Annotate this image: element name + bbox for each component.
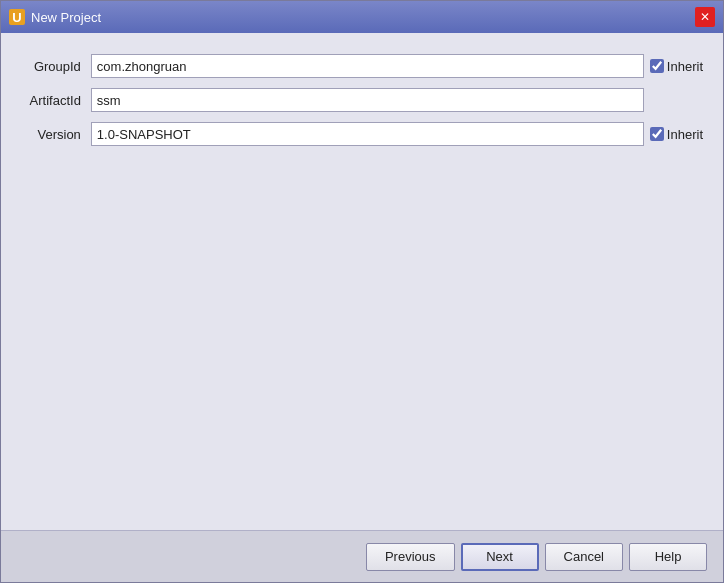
form-table: GroupId Inherit ArtifactId	[21, 49, 703, 151]
app-icon: U	[9, 9, 25, 25]
version-field-inner: Inherit	[91, 122, 703, 146]
groupid-inherit-checkbox[interactable]	[650, 59, 664, 73]
footer: Previous Next Cancel Help	[1, 530, 723, 582]
version-inherit-label[interactable]: Inherit	[650, 127, 703, 142]
previous-button[interactable]: Previous	[366, 543, 455, 571]
version-field: Inherit	[91, 117, 703, 151]
window-title: New Project	[31, 10, 101, 25]
version-label: Version	[21, 117, 91, 151]
groupid-row: GroupId Inherit	[21, 49, 703, 83]
version-input[interactable]	[91, 122, 644, 146]
content-area: GroupId Inherit ArtifactId	[1, 33, 723, 530]
version-row: Version Inherit	[21, 117, 703, 151]
groupid-input[interactable]	[91, 54, 644, 78]
artifactid-row: ArtifactId	[21, 83, 703, 117]
artifactid-field	[91, 83, 703, 117]
groupid-field-inner: Inherit	[91, 54, 703, 78]
version-inherit-checkbox[interactable]	[650, 127, 664, 141]
title-bar: U New Project ✕	[1, 1, 723, 33]
next-button[interactable]: Next	[461, 543, 539, 571]
groupid-label: GroupId	[21, 49, 91, 83]
title-bar-left: U New Project	[9, 9, 101, 25]
groupid-field: Inherit	[91, 49, 703, 83]
new-project-window: U New Project ✕ GroupId Inherit	[0, 0, 724, 583]
artifactid-field-inner	[91, 88, 703, 112]
close-button[interactable]: ✕	[695, 7, 715, 27]
groupid-inherit-label[interactable]: Inherit	[650, 59, 703, 74]
cancel-button[interactable]: Cancel	[545, 543, 623, 571]
artifactid-input[interactable]	[91, 88, 644, 112]
help-button[interactable]: Help	[629, 543, 707, 571]
artifactid-label: ArtifactId	[21, 83, 91, 117]
